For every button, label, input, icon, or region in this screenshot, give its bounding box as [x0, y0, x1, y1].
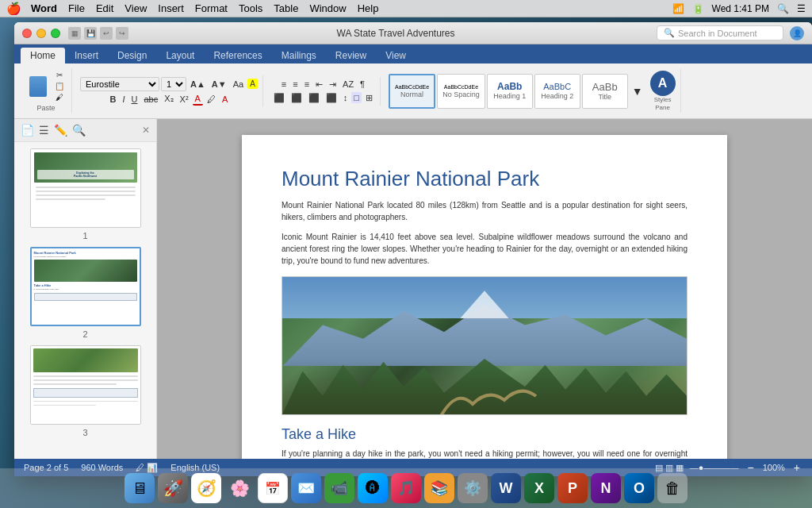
- doc-body2-text[interactable]: If you're planning a day hike in the par…: [282, 448, 688, 459]
- bold-button[interactable]: B: [108, 94, 119, 105]
- tab-view[interactable]: View: [376, 48, 416, 64]
- dock-word[interactable]: W: [491, 473, 521, 503]
- sidebar-edit-icon[interactable]: ✏️: [54, 124, 67, 137]
- control-icon[interactable]: ☰: [797, 3, 806, 14]
- undo-icon[interactable]: ↩: [100, 27, 113, 40]
- user-avatar[interactable]: 👤: [790, 26, 804, 40]
- dock-onenote[interactable]: N: [591, 473, 621, 503]
- underline-button[interactable]: U: [129, 94, 140, 105]
- style-title[interactable]: AaBb Title: [582, 74, 628, 109]
- thumb-img-1[interactable]: Exploring the Pacific Northwest: [30, 148, 141, 228]
- superscript-button[interactable]: X²: [178, 94, 191, 105]
- menubar-word[interactable]: Word: [31, 2, 57, 14]
- thumbnail-2[interactable]: Mount Rainier National Park Mount Rainie…: [21, 247, 150, 339]
- highlight-button[interactable]: A: [247, 79, 258, 89]
- thumbnail-1[interactable]: Exploring the Pacific Northwest: [21, 148, 150, 241]
- subscript-button[interactable]: X₂: [162, 93, 175, 105]
- menubar-format[interactable]: Format: [195, 2, 228, 14]
- dock-powerpoint[interactable]: P: [557, 473, 588, 503]
- minimize-button[interactable]: [36, 29, 46, 38]
- font-color-button[interactable]: A: [193, 93, 203, 106]
- doc-body1-text[interactable]: Iconic Mount Rainier is 14,410 feet abov…: [282, 231, 688, 267]
- redo-icon[interactable]: ↪: [116, 27, 128, 40]
- multilevel-button[interactable]: ≡: [302, 79, 312, 90]
- dock-calendar[interactable]: 📅: [258, 473, 288, 503]
- numbering-button[interactable]: ≡: [290, 79, 300, 90]
- dock-mail[interactable]: ✉️: [291, 473, 321, 503]
- font-selector[interactable]: Eurostile: [80, 77, 159, 91]
- dock-books[interactable]: 📚: [424, 473, 454, 503]
- thumb-img-3[interactable]: [30, 345, 141, 425]
- menubar-file[interactable]: File: [68, 2, 85, 14]
- justify-button[interactable]: ⬛: [324, 92, 339, 104]
- menubar-insert[interactable]: Insert: [158, 2, 184, 14]
- tab-review[interactable]: Review: [326, 48, 376, 64]
- text-highlight-button[interactable]: 🖊: [205, 94, 218, 105]
- tab-references[interactable]: References: [204, 48, 271, 64]
- style-heading1[interactable]: AaBb Heading 1: [487, 74, 533, 109]
- cut-button[interactable]: ✂: [52, 70, 67, 80]
- styles-more-button[interactable]: ▼: [630, 74, 645, 109]
- thumbnail-3[interactable]: 3: [21, 345, 150, 437]
- tab-design[interactable]: Design: [108, 48, 156, 64]
- copy-button[interactable]: 📋: [52, 81, 67, 91]
- dock-outlook[interactable]: O: [624, 473, 654, 503]
- dock-excel[interactable]: X: [524, 473, 554, 503]
- bullets-button[interactable]: ≡: [279, 79, 289, 90]
- menubar-window[interactable]: Window: [309, 2, 346, 14]
- sort-button[interactable]: AZ: [340, 79, 356, 90]
- paste-button[interactable]: [25, 72, 51, 101]
- tab-mailings[interactable]: Mailings: [272, 48, 326, 64]
- increase-font-button[interactable]: A▲: [188, 79, 208, 90]
- thumb-img-2[interactable]: Mount Rainier National Park Mount Rainie…: [30, 247, 141, 326]
- align-left-button[interactable]: ⬛: [271, 92, 287, 104]
- menubar-edit[interactable]: Edit: [96, 2, 113, 14]
- apple-menu[interactable]: 🍎: [6, 2, 21, 16]
- borders-button[interactable]: ⊞: [363, 92, 375, 104]
- dock-facetime[interactable]: 📹: [324, 473, 354, 503]
- spotlight-icon[interactable]: 🔍: [777, 3, 789, 14]
- increase-indent-button[interactable]: ⇥: [327, 79, 339, 90]
- dock-launchpad[interactable]: 🚀: [158, 473, 188, 503]
- menubar-help[interactable]: Help: [358, 2, 379, 14]
- tab-layout[interactable]: Layout: [156, 48, 204, 64]
- save-icon[interactable]: 💾: [84, 27, 97, 40]
- font-size-selector[interactable]: 12: [161, 77, 186, 91]
- styles-pane-button[interactable]: A: [650, 71, 676, 96]
- close-button[interactable]: [22, 29, 32, 38]
- sidebar-doc-icon[interactable]: 📄: [21, 124, 34, 137]
- align-center-button[interactable]: ⬛: [289, 92, 304, 104]
- show-hide-button[interactable]: ¶: [358, 79, 367, 90]
- clear-format-button[interactable]: Aa: [231, 79, 246, 90]
- tab-home[interactable]: Home: [21, 48, 65, 64]
- dock-system-prefs[interactable]: ⚙️: [458, 473, 488, 503]
- menubar-table[interactable]: Table: [274, 2, 298, 14]
- format-painter-button[interactable]: 🖌: [52, 92, 67, 102]
- decrease-indent-button[interactable]: ⇤: [313, 79, 325, 90]
- italic-button[interactable]: I: [120, 94, 127, 105]
- line-spacing-button[interactable]: ↕: [341, 92, 350, 103]
- decrease-font-button[interactable]: A▼: [209, 79, 229, 90]
- align-right-button[interactable]: ⬛: [306, 92, 322, 104]
- shading-button[interactable]: □: [351, 92, 362, 103]
- dock-safari[interactable]: 🧭: [191, 473, 221, 503]
- style-no-spacing[interactable]: AaBbCcDdEe No Spacing: [437, 74, 485, 109]
- dock-appstore[interactable]: 🅐: [358, 473, 388, 503]
- menubar-view[interactable]: View: [124, 2, 147, 14]
- sidebar-toggle-icon[interactable]: ▦: [68, 27, 81, 40]
- sidebar-search-icon[interactable]: 🔍: [72, 124, 86, 137]
- title-search-box[interactable]: 🔍 Search in Document: [657, 25, 783, 40]
- dock-finder[interactable]: 🖥: [124, 473, 155, 503]
- doc-intro-text[interactable]: Mount Rainier National Park located 80 m…: [282, 199, 688, 223]
- dock-music[interactable]: 🎵: [391, 473, 421, 503]
- tab-insert[interactable]: Insert: [65, 48, 108, 64]
- dock-photos[interactable]: 🌸: [224, 473, 255, 503]
- menubar-tools[interactable]: Tools: [239, 2, 262, 14]
- fullscreen-button[interactable]: [51, 29, 60, 38]
- dock-trash[interactable]: 🗑: [657, 473, 688, 503]
- text-color-button[interactable]: A: [220, 94, 230, 105]
- sidebar-list-icon[interactable]: ☰: [39, 124, 49, 137]
- sidebar-close-button[interactable]: ✕: [142, 125, 150, 136]
- style-heading2[interactable]: AaBbC Heading 2: [534, 74, 580, 109]
- style-normal[interactable]: AaBbCcDdEe Normal: [389, 74, 435, 109]
